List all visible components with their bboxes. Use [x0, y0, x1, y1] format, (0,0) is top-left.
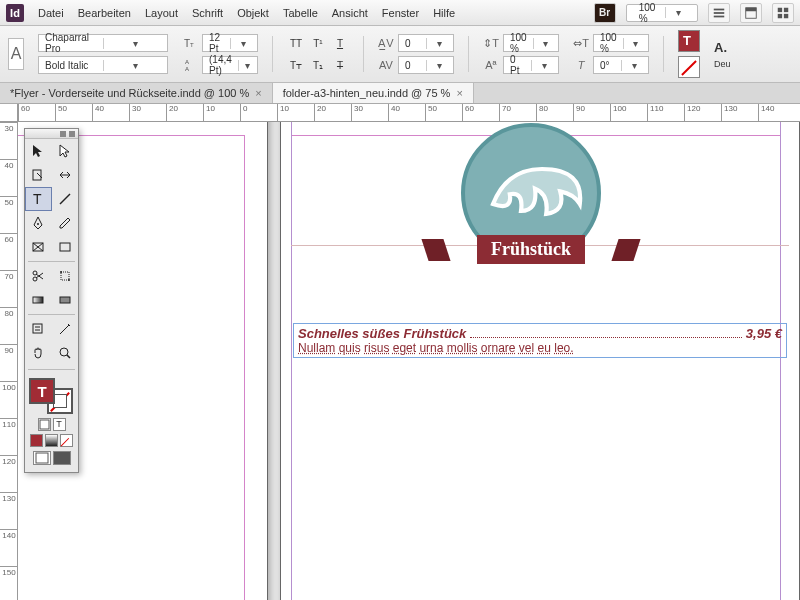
text-frame[interactable]: Schnelles süßes Frühstück 3,95 € Nullam …: [293, 323, 787, 358]
free-transform-tool[interactable]: [52, 264, 79, 288]
kerning-input[interactable]: 0▾: [398, 34, 454, 52]
strikethrough-button[interactable]: T: [331, 56, 349, 74]
hscale-input[interactable]: 100 %▾: [593, 34, 649, 52]
font-style-dropdown[interactable]: Bold Italic▾: [38, 56, 168, 74]
all-caps-button[interactable]: TT: [287, 34, 305, 52]
view-mode-preview[interactable]: [53, 451, 71, 465]
leading-input[interactable]: (14,4 Pt)▾: [202, 56, 258, 74]
svg-rect-29: [33, 297, 43, 303]
note-tool[interactable]: [25, 317, 52, 341]
svg-rect-2: [714, 15, 725, 17]
small-caps-button[interactable]: Tᴛ: [287, 56, 305, 74]
chevron-down-icon: ▾: [621, 60, 649, 71]
underline-button[interactable]: T: [331, 34, 349, 52]
apply-color-button[interactable]: [30, 434, 43, 447]
view-mode-normal[interactable]: [33, 451, 51, 465]
kerning-icon: A̲V: [378, 35, 394, 51]
document-tabs: *Flyer - Vorderseite und Rückseite.indd …: [0, 83, 800, 104]
menu-item-desc: Nullam quis risus eget urna mollis ornar…: [298, 341, 782, 355]
close-icon[interactable]: ×: [255, 87, 261, 99]
horizontal-ruler[interactable]: 6050403020100102030405060708090100110120…: [18, 104, 800, 122]
chevron-down-icon: ▾: [533, 38, 558, 49]
leading-value: (14,4 Pt): [203, 54, 238, 76]
vscale-icon: ⇕T: [483, 35, 499, 51]
font-style-value: Bold Italic: [39, 60, 103, 71]
toolbox-header[interactable]: [25, 129, 78, 139]
gradient-swatch-tool[interactable]: [25, 288, 52, 312]
menu-table[interactable]: Tabelle: [283, 7, 318, 19]
baseline-input[interactable]: 0 Pt▾: [503, 56, 559, 74]
pencil-tool[interactable]: [52, 211, 79, 235]
type-tool[interactable]: T: [25, 187, 52, 211]
svg-rect-5: [778, 7, 782, 11]
rectangle-tool[interactable]: [52, 235, 79, 259]
menu-window[interactable]: Fenster: [382, 7, 419, 19]
leading-icon: AA: [182, 57, 198, 73]
apply-text-button[interactable]: T: [53, 418, 66, 431]
gap-tool[interactable]: [52, 163, 79, 187]
chevron-down-icon: ▾: [623, 38, 648, 49]
zoom-value: 100 %: [633, 2, 662, 24]
font-size-input[interactable]: 12 Pt▾: [202, 34, 258, 52]
vertical-ruler[interactable]: 30405060708090100110120130140150160: [0, 122, 18, 600]
fill-swatch[interactable]: [678, 30, 700, 52]
rectangle-frame-tool[interactable]: [25, 235, 52, 259]
ribbon: Frühstück: [431, 235, 631, 264]
pen-tool[interactable]: [25, 211, 52, 235]
character-mode-button[interactable]: A: [8, 38, 24, 70]
apply-gradient-button[interactable]: [45, 434, 58, 447]
svg-text:A: A: [185, 66, 189, 72]
font-family-value: Chaparral Pro: [39, 32, 103, 54]
bridge-button[interactable]: Br: [594, 3, 616, 23]
scissors-tool[interactable]: [25, 264, 52, 288]
subscript-button[interactable]: T₁: [309, 56, 327, 74]
svg-rect-7: [778, 13, 782, 17]
menu-object[interactable]: Objekt: [237, 7, 269, 19]
page-right[interactable]: Frühstück Schnelles süßes Frühstück 3,95…: [280, 122, 800, 600]
screen-mode-button[interactable]: [740, 3, 762, 23]
apply-none-button[interactable]: [60, 434, 73, 447]
svg-rect-13: [33, 170, 41, 180]
hand-tool[interactable]: [25, 341, 52, 365]
tracking-input[interactable]: 0▾: [398, 56, 454, 74]
zoom-tool[interactable]: [52, 341, 79, 365]
close-icon[interactable]: ×: [456, 87, 462, 99]
chevron-down-icon: ▾: [426, 38, 454, 49]
skew-value: 0°: [594, 60, 621, 71]
stroke-swatch[interactable]: [678, 56, 700, 78]
document-tab-1[interactable]: *Flyer - Vorderseite und Rückseite.indd …: [0, 83, 273, 103]
font-family-dropdown[interactable]: Chaparral Pro▾: [38, 34, 168, 52]
canvas[interactable]: Frühstück Schnelles süßes Frühstück 3,95…: [18, 122, 800, 600]
svg-rect-36: [40, 420, 49, 429]
document-tab-2[interactable]: folder-a3-hinten_neu.indd @ 75 % ×: [273, 83, 474, 103]
zoom-dropdown[interactable]: 100 %▾: [626, 4, 698, 22]
direct-selection-tool[interactable]: [52, 139, 79, 163]
chevron-down-icon: ▾: [103, 38, 168, 49]
menu-type[interactable]: Schrift: [192, 7, 223, 19]
skew-input[interactable]: 0°▾: [593, 56, 649, 74]
selection-tool[interactable]: [25, 139, 52, 163]
eyedropper-tool[interactable]: [52, 317, 79, 341]
ruler-origin[interactable]: [0, 104, 18, 122]
menu-help[interactable]: Hilfe: [433, 7, 455, 19]
gradient-feather-tool[interactable]: [52, 288, 79, 312]
line-tool[interactable]: [52, 187, 79, 211]
fill-stroke-area: T T: [25, 374, 78, 472]
superscript-button[interactable]: T¹: [309, 34, 327, 52]
vscale-input[interactable]: 100 %▾: [503, 34, 559, 52]
view-options-button[interactable]: [708, 3, 730, 23]
menu-file[interactable]: Datei: [38, 7, 64, 19]
menu-view[interactable]: Ansicht: [332, 7, 368, 19]
menu-layout[interactable]: Layout: [145, 7, 178, 19]
hscale-value: 100 %: [594, 32, 623, 54]
apply-container-button[interactable]: [38, 418, 51, 431]
control-panel: A Chaparral Pro▾ Bold Italic▾ TT 12 Pt▾ …: [0, 26, 800, 83]
tab-label: *Flyer - Vorderseite und Rückseite.indd …: [10, 87, 249, 99]
menu-item-name: Schnelles süßes Frühstück: [298, 326, 466, 341]
page-tool[interactable]: [25, 163, 52, 187]
arrange-button[interactable]: [772, 3, 794, 23]
tracking-icon: AV: [378, 57, 394, 73]
toolbox[interactable]: T T T: [24, 128, 79, 473]
menu-edit[interactable]: Bearbeiten: [78, 7, 131, 19]
fill-color-swatch[interactable]: T: [29, 378, 55, 404]
